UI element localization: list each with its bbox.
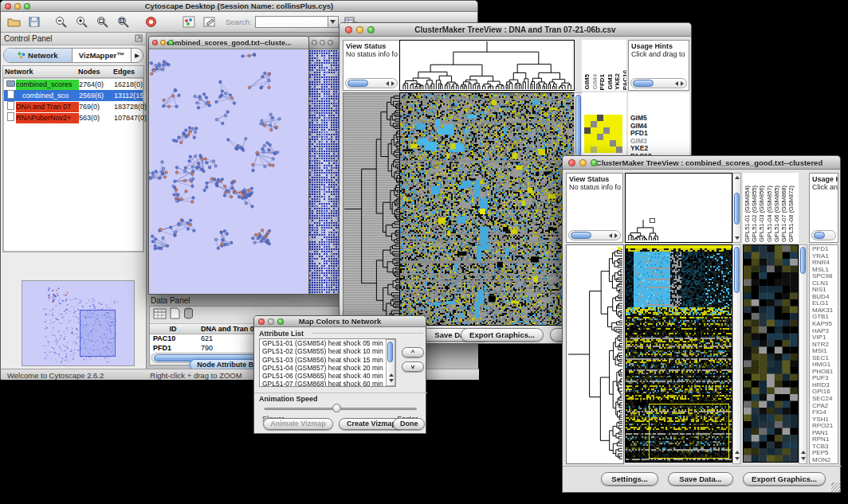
background-network-canvas[interactable] [308, 49, 343, 294]
close-button[interactable] [345, 26, 352, 33]
scroll-right-icon[interactable] [391, 81, 395, 86]
zoom-button[interactable] [328, 40, 333, 45]
scroll-up-icon[interactable] [735, 451, 740, 454]
tv2-zoom-heatmap-canvas[interactable] [744, 245, 798, 462]
attribute-list-item[interactable]: GPL51-04 (GSM857) heat shock 20 min [262, 364, 395, 372]
tab-vizmapper[interactable]: VizMapper™ [73, 49, 131, 62]
network-list-row[interactable]: DNA and Tran 07 769(0) 183728(0) [4, 101, 143, 112]
close-button[interactable] [152, 40, 158, 45]
zoom-button[interactable] [591, 159, 598, 166]
scroll-right-icon[interactable] [681, 81, 684, 86]
tv2-zoom-heatmap[interactable] [743, 244, 799, 463]
minimize-button[interactable] [160, 40, 166, 45]
zoom-button[interactable] [24, 3, 30, 10]
map-colors-titlebar[interactable]: Map Colors to Network [254, 316, 426, 327]
tv1-heatmap-canvas[interactable] [400, 93, 574, 325]
search-dropdown-button[interactable] [328, 16, 339, 28]
scroll-left-icon[interactable] [386, 81, 389, 86]
scroll-down-icon[interactable] [735, 457, 740, 460]
network-list-row[interactable]: RNAPuberNov2+ 563(0) 107847(0) [4, 112, 143, 123]
help-icon[interactable] [143, 15, 159, 29]
scroll-down-icon[interactable] [801, 457, 806, 460]
network-view-canvas[interactable] [149, 49, 308, 294]
array-column-label[interactable]: GPL51-07 (GSM868) [781, 186, 787, 242]
tv2-column-tree-canvas[interactable] [626, 174, 732, 242]
close-button[interactable] [5, 3, 11, 10]
tv2-hints-hscrollbar[interactable] [811, 230, 836, 240]
tv1-row-dendrogram-canvas[interactable] [344, 93, 400, 325]
new-attribute-icon[interactable] [170, 307, 180, 322]
resize-grip[interactable] [831, 483, 841, 492]
tv1-column-dendrogram-canvas[interactable] [400, 41, 574, 90]
treeview2-titlebar[interactable]: ClusterMaker TreeView : combined_scores_… [563, 156, 840, 170]
attribute-down-button[interactable]: v [402, 361, 424, 372]
scroll-left-icon[interactable] [675, 81, 678, 86]
attribute-list-vscrollbar[interactable] [386, 339, 395, 386]
tv2-heatmap[interactable] [625, 244, 732, 463]
tv1-status-hscrollbar[interactable] [345, 78, 398, 88]
scroll-right-icon[interactable] [614, 233, 618, 238]
minimize-button[interactable] [14, 3, 21, 10]
tv2-export-graphics-button[interactable]: Export Graphics... [743, 472, 826, 486]
minimize-button[interactable] [320, 40, 325, 45]
tv1-zoom-matrix-canvas[interactable] [584, 115, 622, 153]
gene-column-label[interactable]: PFD1 [599, 74, 607, 90]
tv1-row-dendrogram[interactable] [343, 92, 401, 326]
attribute-list-item[interactable]: GPL51-06 (GSM865) heat shock 40 min [262, 372, 395, 380]
attribute-list-item[interactable]: GPL51-01 (GSM854) heat shock 05 min [262, 339, 395, 347]
zoom-selected-icon[interactable] [95, 15, 111, 29]
attribute-select-icon[interactable] [153, 307, 167, 322]
close-button[interactable] [568, 159, 575, 166]
scroll-up-icon[interactable] [801, 451, 806, 454]
tv2-save-data-button[interactable]: Save Data... [668, 472, 733, 486]
float-panel-icon[interactable] [135, 34, 143, 43]
zoom-in-icon[interactable] [74, 15, 90, 29]
array-column-label[interactable]: GPL51-01 (GSM854) [744, 186, 751, 242]
scroll-down-icon[interactable] [389, 379, 394, 382]
array-column-label[interactable]: GPL51-02 (GSM855) [752, 186, 758, 242]
network-list-row[interactable]: combined_sco 2569(6) 13112(15) [4, 90, 143, 101]
zoom-button[interactable] [367, 26, 375, 33]
minimize-button[interactable] [268, 318, 274, 325]
tv2-heatmap-vscrollbar[interactable] [732, 244, 741, 464]
tv1-export-graphics-button[interactable]: Export Graphics... [461, 328, 544, 342]
gene-label[interactable]: MON2 [812, 457, 838, 464]
gene-column-label[interactable]: GIM3 [607, 74, 614, 90]
background-network-titlebar[interactable] [308, 37, 343, 49]
tv2-column-tree[interactable] [625, 173, 732, 243]
zoom-fit-icon[interactable] [116, 15, 132, 29]
attribute-list-item[interactable]: GPL51-03 (GSM856) heat shock 15 min [262, 356, 395, 364]
array-column-label[interactable]: GPL51-08 (GSM872) [788, 186, 795, 242]
array-column-label[interactable]: GPL51-06 (GSM865) [774, 186, 780, 242]
tv1-column-dendrogram[interactable] [399, 40, 575, 91]
animate-vizmap-button[interactable]: Animate Vizmap [263, 418, 333, 430]
array-column-label[interactable]: GPL51-04 (GSM857) [767, 186, 773, 242]
close-button[interactable] [312, 40, 317, 45]
tab-overflow-button[interactable]: ▶ [131, 49, 143, 62]
array-column-label[interactable]: GPL51-03 (GSM856) [759, 186, 765, 242]
tv1-heatmap[interactable] [399, 92, 575, 326]
save-session-icon[interactable] [26, 15, 42, 29]
main-titlebar[interactable]: Cytoscape Desktop (Session Name: collins… [1, 1, 477, 12]
attribute-up-button[interactable]: ^ [402, 347, 424, 357]
tv2-row-dendrogram[interactable] [566, 244, 624, 464]
zoom-button[interactable] [168, 40, 174, 45]
animation-speed-slider-thumb[interactable] [332, 404, 341, 412]
delete-attribute-icon[interactable] [183, 307, 194, 322]
network-overview-canvas[interactable] [22, 280, 135, 366]
scroll-up-icon[interactable] [735, 176, 740, 179]
search-input[interactable] [255, 16, 328, 28]
gene-column-label[interactable]: YKE2 [614, 73, 622, 90]
open-session-icon[interactable] [6, 15, 22, 29]
vizmapper-shortcut-icon[interactable] [181, 15, 197, 29]
treeview1-titlebar[interactable]: ClusterMaker TreeView : DNA and Tran 07-… [340, 23, 691, 37]
minimize-button[interactable] [579, 159, 587, 166]
scroll-left-icon[interactable] [609, 233, 612, 238]
annotation-icon[interactable] [202, 15, 218, 29]
close-button[interactable] [258, 318, 265, 325]
tv2-settings-button[interactable]: Settings... [601, 472, 658, 486]
zoom-button[interactable] [277, 318, 284, 325]
zoom-out-icon[interactable] [53, 15, 69, 29]
tab-network[interactable]: Network [4, 49, 73, 62]
network-list-row[interactable]: combined_scores 2764(0) 16218(0) [4, 79, 143, 90]
